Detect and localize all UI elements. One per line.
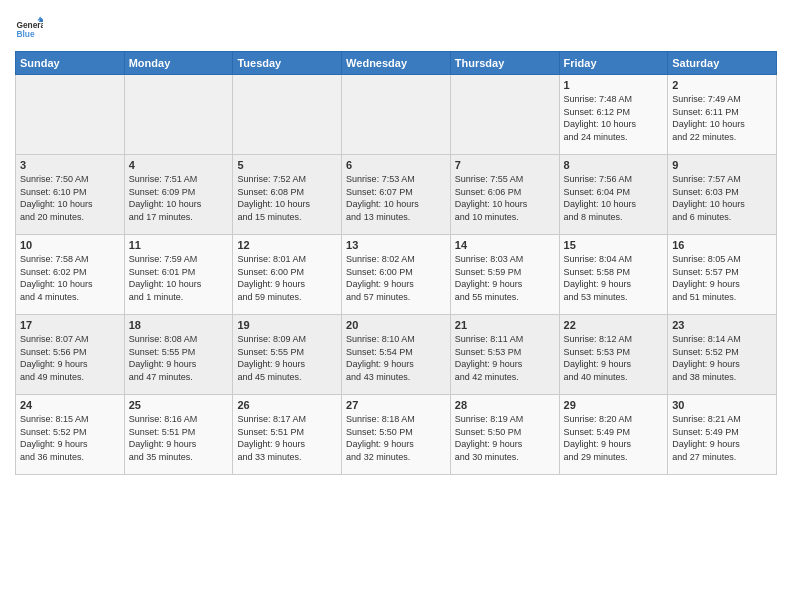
day-number: 1 (564, 79, 664, 91)
calendar-cell: 6Sunrise: 7:53 AM Sunset: 6:07 PM Daylig… (342, 155, 451, 235)
day-number: 24 (20, 399, 120, 411)
day-info: Sunrise: 8:14 AM Sunset: 5:52 PM Dayligh… (672, 333, 772, 383)
day-info: Sunrise: 7:50 AM Sunset: 6:10 PM Dayligh… (20, 173, 120, 223)
calendar-cell: 16Sunrise: 8:05 AM Sunset: 5:57 PM Dayli… (668, 235, 777, 315)
calendar-cell: 9Sunrise: 7:57 AM Sunset: 6:03 PM Daylig… (668, 155, 777, 235)
day-info: Sunrise: 8:10 AM Sunset: 5:54 PM Dayligh… (346, 333, 446, 383)
calendar-cell (233, 75, 342, 155)
day-info: Sunrise: 8:17 AM Sunset: 5:51 PM Dayligh… (237, 413, 337, 463)
day-number: 9 (672, 159, 772, 171)
calendar-cell: 5Sunrise: 7:52 AM Sunset: 6:08 PM Daylig… (233, 155, 342, 235)
svg-text:General: General (16, 20, 43, 30)
day-info: Sunrise: 7:56 AM Sunset: 6:04 PM Dayligh… (564, 173, 664, 223)
calendar-week-row: 17Sunrise: 8:07 AM Sunset: 5:56 PM Dayli… (16, 315, 777, 395)
calendar-cell: 19Sunrise: 8:09 AM Sunset: 5:55 PM Dayli… (233, 315, 342, 395)
day-number: 29 (564, 399, 664, 411)
day-number: 13 (346, 239, 446, 251)
day-number: 18 (129, 319, 229, 331)
day-number: 27 (346, 399, 446, 411)
calendar-cell: 28Sunrise: 8:19 AM Sunset: 5:50 PM Dayli… (450, 395, 559, 475)
day-info: Sunrise: 8:16 AM Sunset: 5:51 PM Dayligh… (129, 413, 229, 463)
day-number: 20 (346, 319, 446, 331)
day-info: Sunrise: 7:53 AM Sunset: 6:07 PM Dayligh… (346, 173, 446, 223)
day-number: 26 (237, 399, 337, 411)
calendar-cell: 7Sunrise: 7:55 AM Sunset: 6:06 PM Daylig… (450, 155, 559, 235)
calendar-cell: 8Sunrise: 7:56 AM Sunset: 6:04 PM Daylig… (559, 155, 668, 235)
calendar-cell: 15Sunrise: 8:04 AM Sunset: 5:58 PM Dayli… (559, 235, 668, 315)
weekday-header-monday: Monday (124, 52, 233, 75)
day-number: 22 (564, 319, 664, 331)
weekday-header-friday: Friday (559, 52, 668, 75)
day-info: Sunrise: 7:48 AM Sunset: 6:12 PM Dayligh… (564, 93, 664, 143)
day-number: 3 (20, 159, 120, 171)
day-info: Sunrise: 8:04 AM Sunset: 5:58 PM Dayligh… (564, 253, 664, 303)
day-info: Sunrise: 7:52 AM Sunset: 6:08 PM Dayligh… (237, 173, 337, 223)
day-info: Sunrise: 8:03 AM Sunset: 5:59 PM Dayligh… (455, 253, 555, 303)
day-number: 28 (455, 399, 555, 411)
day-info: Sunrise: 7:51 AM Sunset: 6:09 PM Dayligh… (129, 173, 229, 223)
calendar-cell: 22Sunrise: 8:12 AM Sunset: 5:53 PM Dayli… (559, 315, 668, 395)
calendar-header-row: SundayMondayTuesdayWednesdayThursdayFrid… (16, 52, 777, 75)
calendar-cell: 3Sunrise: 7:50 AM Sunset: 6:10 PM Daylig… (16, 155, 125, 235)
calendar-cell: 29Sunrise: 8:20 AM Sunset: 5:49 PM Dayli… (559, 395, 668, 475)
weekday-header-sunday: Sunday (16, 52, 125, 75)
weekday-header-saturday: Saturday (668, 52, 777, 75)
calendar-cell (16, 75, 125, 155)
calendar-cell: 12Sunrise: 8:01 AM Sunset: 6:00 PM Dayli… (233, 235, 342, 315)
day-info: Sunrise: 7:49 AM Sunset: 6:11 PM Dayligh… (672, 93, 772, 143)
calendar-cell (450, 75, 559, 155)
calendar-cell: 18Sunrise: 8:08 AM Sunset: 5:55 PM Dayli… (124, 315, 233, 395)
calendar-cell (124, 75, 233, 155)
svg-text:Blue: Blue (16, 29, 34, 39)
calendar-week-row: 1Sunrise: 7:48 AM Sunset: 6:12 PM Daylig… (16, 75, 777, 155)
day-info: Sunrise: 8:12 AM Sunset: 5:53 PM Dayligh… (564, 333, 664, 383)
logo-icon: General Blue (15, 15, 43, 43)
weekday-header-wednesday: Wednesday (342, 52, 451, 75)
weekday-header-thursday: Thursday (450, 52, 559, 75)
day-info: Sunrise: 8:18 AM Sunset: 5:50 PM Dayligh… (346, 413, 446, 463)
day-number: 15 (564, 239, 664, 251)
day-info: Sunrise: 8:09 AM Sunset: 5:55 PM Dayligh… (237, 333, 337, 383)
calendar-cell: 14Sunrise: 8:03 AM Sunset: 5:59 PM Dayli… (450, 235, 559, 315)
day-number: 10 (20, 239, 120, 251)
calendar-week-row: 3Sunrise: 7:50 AM Sunset: 6:10 PM Daylig… (16, 155, 777, 235)
day-number: 12 (237, 239, 337, 251)
calendar-table: SundayMondayTuesdayWednesdayThursdayFrid… (15, 51, 777, 475)
day-info: Sunrise: 8:05 AM Sunset: 5:57 PM Dayligh… (672, 253, 772, 303)
day-number: 30 (672, 399, 772, 411)
day-info: Sunrise: 8:11 AM Sunset: 5:53 PM Dayligh… (455, 333, 555, 383)
day-number: 17 (20, 319, 120, 331)
day-number: 16 (672, 239, 772, 251)
day-number: 14 (455, 239, 555, 251)
day-number: 7 (455, 159, 555, 171)
page-header: General Blue (15, 15, 777, 43)
day-number: 11 (129, 239, 229, 251)
day-info: Sunrise: 7:59 AM Sunset: 6:01 PM Dayligh… (129, 253, 229, 303)
logo: General Blue (15, 15, 47, 43)
day-info: Sunrise: 8:20 AM Sunset: 5:49 PM Dayligh… (564, 413, 664, 463)
day-info: Sunrise: 7:55 AM Sunset: 6:06 PM Dayligh… (455, 173, 555, 223)
calendar-cell: 24Sunrise: 8:15 AM Sunset: 5:52 PM Dayli… (16, 395, 125, 475)
day-number: 8 (564, 159, 664, 171)
day-number: 2 (672, 79, 772, 91)
day-info: Sunrise: 7:58 AM Sunset: 6:02 PM Dayligh… (20, 253, 120, 303)
day-number: 25 (129, 399, 229, 411)
calendar-cell: 27Sunrise: 8:18 AM Sunset: 5:50 PM Dayli… (342, 395, 451, 475)
calendar-cell: 25Sunrise: 8:16 AM Sunset: 5:51 PM Dayli… (124, 395, 233, 475)
calendar-cell: 30Sunrise: 8:21 AM Sunset: 5:49 PM Dayli… (668, 395, 777, 475)
day-info: Sunrise: 8:01 AM Sunset: 6:00 PM Dayligh… (237, 253, 337, 303)
calendar-cell: 2Sunrise: 7:49 AM Sunset: 6:11 PM Daylig… (668, 75, 777, 155)
calendar-cell: 11Sunrise: 7:59 AM Sunset: 6:01 PM Dayli… (124, 235, 233, 315)
weekday-header-tuesday: Tuesday (233, 52, 342, 75)
day-info: Sunrise: 8:07 AM Sunset: 5:56 PM Dayligh… (20, 333, 120, 383)
day-info: Sunrise: 8:21 AM Sunset: 5:49 PM Dayligh… (672, 413, 772, 463)
calendar-cell (342, 75, 451, 155)
calendar-cell: 21Sunrise: 8:11 AM Sunset: 5:53 PM Dayli… (450, 315, 559, 395)
day-number: 6 (346, 159, 446, 171)
calendar-week-row: 24Sunrise: 8:15 AM Sunset: 5:52 PM Dayli… (16, 395, 777, 475)
day-info: Sunrise: 8:02 AM Sunset: 6:00 PM Dayligh… (346, 253, 446, 303)
calendar-week-row: 10Sunrise: 7:58 AM Sunset: 6:02 PM Dayli… (16, 235, 777, 315)
day-info: Sunrise: 8:19 AM Sunset: 5:50 PM Dayligh… (455, 413, 555, 463)
calendar-cell: 10Sunrise: 7:58 AM Sunset: 6:02 PM Dayli… (16, 235, 125, 315)
day-number: 19 (237, 319, 337, 331)
